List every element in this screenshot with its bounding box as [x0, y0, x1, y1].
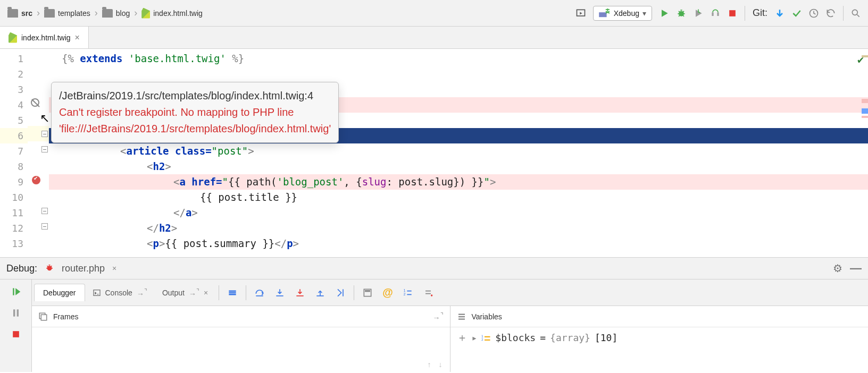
vcs-revert-button[interactable] [823, 5, 839, 21]
prev-frame-button[interactable]: ↑ [428, 360, 431, 369]
search-everywhere-button[interactable] [848, 5, 864, 21]
listen-debug-button[interactable] [707, 5, 723, 21]
run-button[interactable] [656, 5, 672, 21]
line-number: 1 [0, 51, 28, 66]
variable-type: {array} [550, 332, 590, 343]
code-content[interactable]: {% extends 'base.html.twig' %} {% for po… [49, 49, 868, 257]
svg-marker-1 [580, 12, 582, 14]
breadcrumb-segment: templates [58, 9, 90, 18]
code-editor[interactable]: 1 2 3 4 5 6 7 8 9 10 11 12 13 {% extends… [0, 49, 868, 257]
tab-output[interactable]: Output →⌝ × [155, 287, 215, 298]
console-icon [93, 289, 101, 297]
tooltip-error-line: 'file:///JetBrains/2019.1/src/templates/… [59, 121, 331, 137]
git-label: Git: [753, 7, 767, 19]
step-over-button[interactable] [252, 285, 268, 301]
vcs-update-button[interactable] [772, 5, 788, 21]
breadcrumb[interactable]: src › templates › blog › index.html.twig [4, 5, 206, 21]
svg-point-10 [852, 10, 857, 15]
line-number: 7 [0, 143, 28, 159]
fold-collapse-icon[interactable] [41, 223, 48, 230]
svg-rect-28 [41, 315, 47, 320]
editor-tabs: index.html.twig × [0, 27, 868, 49]
stop-button[interactable] [8, 326, 24, 342]
debug-tabs: Debugger Console →⌝ Output →⌝ × @ 12 [32, 279, 868, 306]
verified-breakpoint-icon[interactable] [32, 176, 40, 184]
frames-pane[interactable]: Frames →⌝ ↑ ↓ [32, 306, 450, 372]
evaluate-expression-button[interactable] [360, 285, 375, 301]
expand-icon[interactable]: ▸ [472, 332, 478, 343]
tab-console[interactable]: Console →⌝ [85, 287, 155, 298]
svg-rect-24 [365, 290, 370, 292]
line-number: 2 [0, 66, 28, 82]
svg-rect-20 [296, 295, 303, 296]
line-number: 8 [0, 159, 28, 174]
close-icon[interactable]: × [112, 264, 116, 273]
svg-rect-16 [13, 331, 19, 337]
run-configuration-select[interactable]: Xdebug ▾ [593, 6, 652, 21]
pause-button[interactable] [8, 305, 24, 321]
fold-collapse-icon[interactable] [41, 131, 48, 137]
line-number: 11 [0, 205, 28, 221]
trace-icon[interactable]: 12 [400, 285, 416, 301]
invalid-breakpoint-icon[interactable] [31, 98, 39, 107]
debug-button[interactable] [673, 5, 689, 21]
resume-button[interactable] [8, 284, 24, 300]
tab-title: index.html.twig [21, 33, 71, 42]
variable-name: $blocks [495, 332, 536, 343]
gutter-marks[interactable] [28, 49, 49, 257]
step-into-button[interactable] [272, 285, 288, 301]
bug-icon [45, 263, 54, 274]
php-xdebug-icon [599, 9, 611, 18]
force-step-into-button[interactable] [292, 285, 308, 301]
run-coverage-button[interactable] [690, 5, 706, 21]
vcs-commit-button[interactable] [789, 5, 805, 21]
show-execution-point-button[interactable] [224, 285, 240, 301]
editor-tab[interactable]: index.html.twig × [0, 27, 89, 48]
line-number-gutter[interactable]: 1 2 3 4 5 6 7 8 9 10 11 12 13 [0, 49, 28, 257]
chevron-down-icon: ▾ [642, 9, 646, 18]
variable-row[interactable]: ＋ ▸ 12 $blocks = {array} [10] [450, 327, 869, 348]
next-frame-button[interactable]: ↓ [439, 360, 443, 369]
vcs-history-button[interactable] [806, 5, 822, 21]
line-number: 12 [0, 221, 28, 236]
run-target-icon[interactable] [573, 5, 589, 21]
add-watch-icon[interactable] [420, 285, 436, 301]
svg-rect-2 [599, 12, 606, 17]
chevron-right-icon: › [134, 7, 137, 19]
line-number: 9 [0, 174, 28, 190]
add-icon[interactable]: ＋ [457, 330, 468, 345]
tab-debugger[interactable]: Debugger [34, 284, 85, 301]
svg-rect-6 [712, 12, 713, 16]
variables-label: Variables [472, 312, 502, 321]
stop-button[interactable] [724, 5, 740, 21]
svg-marker-3 [662, 10, 668, 16]
frames-label: Frames [53, 312, 78, 321]
line-number: 3 [0, 82, 28, 97]
error-stripe[interactable] [862, 49, 868, 257]
svg-rect-7 [717, 12, 719, 16]
close-icon[interactable]: × [75, 33, 80, 43]
svg-rect-8 [729, 10, 736, 16]
line-number: 4 [0, 97, 28, 113]
run-to-cursor-button[interactable] [332, 285, 348, 301]
at-icon[interactable]: @ [380, 285, 396, 301]
twig-file-icon [141, 8, 150, 19]
close-icon[interactable]: × [204, 289, 208, 297]
debug-session-name[interactable]: router.php [62, 263, 105, 274]
debug-title: Debug: [6, 263, 37, 274]
main-toolbar: src › templates › blog › index.html.twig… [0, 0, 868, 27]
settings-arrow-icon[interactable]: →⌝ [433, 311, 444, 322]
svg-rect-15 [16, 309, 18, 316]
fold-collapse-icon[interactable] [41, 146, 48, 152]
variables-pane[interactable]: Variables ＋ ▸ 12 $blocks = {array} [10] [450, 306, 869, 372]
breakpoint-error-tooltip: /JetBrains/2019.1/src/templates/blog/ind… [51, 82, 339, 143]
minimize-icon[interactable]: — [850, 261, 862, 275]
step-out-button[interactable] [312, 285, 328, 301]
fold-collapse-icon[interactable] [41, 208, 48, 214]
svg-rect-22 [343, 289, 344, 296]
tooltip-path: /JetBrains/2019.1/src/templates/blog/ind… [59, 88, 331, 104]
svg-rect-12 [13, 288, 14, 295]
settings-icon[interactable]: ⚙ [833, 262, 842, 275]
array-type-icon: 12 [481, 334, 491, 342]
svg-marker-13 [15, 288, 20, 295]
